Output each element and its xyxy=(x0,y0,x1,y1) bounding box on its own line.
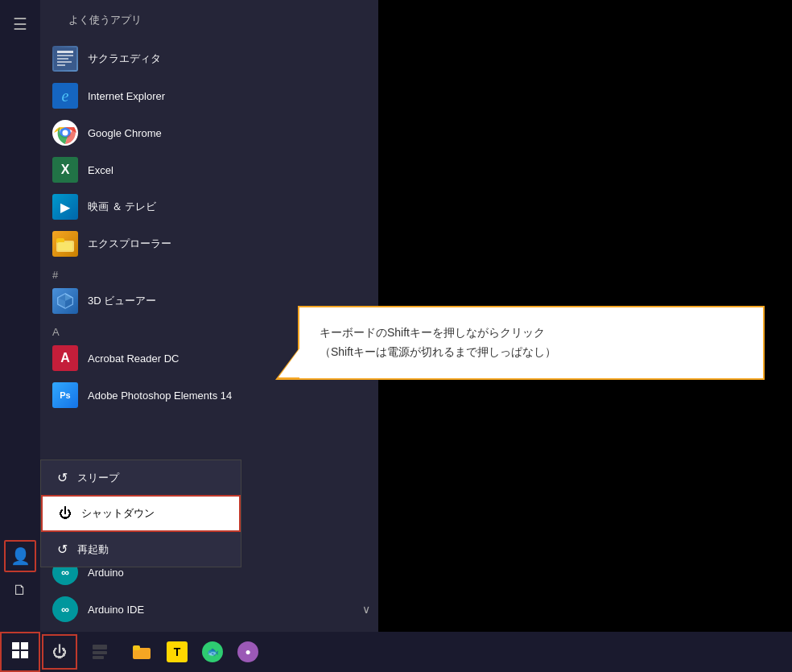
app-name-movies: 映画 ＆ テレビ xyxy=(88,200,156,214)
menu-header: よく使うアプリ xyxy=(40,0,378,40)
taskbar-text-icon[interactable]: T xyxy=(159,634,195,670)
taskbar-explorer-icon[interactable] xyxy=(124,634,159,670)
app-name-explorer: エクスプローラー xyxy=(88,237,171,251)
svg-rect-5 xyxy=(57,64,65,66)
app-name-ie: Internet Explorer xyxy=(88,90,165,102)
svg-rect-21 xyxy=(21,651,28,658)
explorer-icon xyxy=(52,231,78,257)
ie-icon: e xyxy=(52,83,78,109)
taskbar-app4-icon[interactable]: ● xyxy=(230,634,266,670)
svg-rect-22 xyxy=(93,645,107,649)
start-button[interactable] xyxy=(0,632,40,672)
app-name-photoshop: Adobe Photoshop Elements 14 xyxy=(88,390,232,402)
arduino-ide-icon: ∞ xyxy=(52,596,78,622)
app-name-chrome: Google Chrome xyxy=(88,127,162,139)
sidebar-bottom: 👤 🗋 xyxy=(0,540,40,608)
user-icon[interactable]: 👤 xyxy=(4,540,36,572)
svg-rect-24 xyxy=(93,656,104,659)
svg-rect-20 xyxy=(12,651,19,658)
restart-icon: ↺ xyxy=(57,542,68,557)
svg-rect-12 xyxy=(58,242,72,250)
tooltip-box: キーボードのShiftキーを押しながらクリック （Shiftキーは電源が切れるま… xyxy=(298,306,765,380)
desktop: ☰ 👤 🗋 よく使うアプリ xyxy=(0,0,792,672)
app-name-arduino: Arduino xyxy=(88,567,124,579)
svg-rect-26 xyxy=(133,645,140,650)
excel-icon: X xyxy=(52,157,78,183)
taskbar: ⏻ T xyxy=(0,632,792,672)
svg-rect-23 xyxy=(93,651,107,654)
sleep-button[interactable]: ↺ スリープ xyxy=(41,460,241,495)
svg-rect-4 xyxy=(57,61,72,63)
app-item-movies[interactable]: ▶ 映画 ＆ テレビ xyxy=(40,188,378,225)
shutdown-icon: ⏻ xyxy=(59,506,72,521)
search-taskbar-icon[interactable] xyxy=(82,634,118,670)
app-item-photoshop[interactable]: Ps Adobe Photoshop Elements 14 xyxy=(40,377,378,414)
taskbar-app3-icon[interactable]: 🐟 xyxy=(195,634,230,670)
chrome-icon xyxy=(52,120,78,146)
svg-rect-19 xyxy=(21,642,28,649)
svg-rect-1 xyxy=(57,51,73,53)
app-item-explorer[interactable]: エクスプローラー xyxy=(40,225,378,262)
power-icon: ⏻ xyxy=(52,644,67,661)
movies-icon: ▶ xyxy=(52,194,78,220)
restart-button[interactable]: ↺ 再起動 xyxy=(41,532,241,567)
sleep-label: スリープ xyxy=(77,471,119,485)
app-name-3d: 3D ビューアー xyxy=(88,294,156,308)
app-item-excel[interactable]: X Excel xyxy=(40,151,378,188)
app-item-arduino-ide[interactable]: ∞ Arduino IDE xyxy=(40,591,378,628)
shutdown-button[interactable]: ⏻ シャットダウン xyxy=(41,495,241,532)
taskbar-running-apps: T 🐟 ● xyxy=(124,634,266,670)
section-hash: # xyxy=(40,262,378,282)
sidebar: ☰ 👤 🗋 xyxy=(0,0,40,672)
svg-rect-18 xyxy=(12,642,19,649)
frequently-used-label: よく使うアプリ xyxy=(68,13,142,27)
app-name-sakura: サクラエディタ xyxy=(88,52,161,66)
sakura-icon xyxy=(52,46,78,72)
app-name-excel: Excel xyxy=(88,164,113,176)
app-item-sakura[interactable]: サクラエディタ xyxy=(40,40,378,77)
3d-icon xyxy=(52,288,78,314)
shutdown-label: シャットダウン xyxy=(81,506,155,521)
power-button-taskbar[interactable]: ⏻ xyxy=(42,634,77,670)
svg-rect-3 xyxy=(57,58,68,60)
power-menu: ↺ スリープ ⏻ シャットダウン ↺ 再起動 xyxy=(40,460,241,567)
acrobat-icon: A xyxy=(52,345,78,371)
document-icon[interactable]: 🗋 xyxy=(4,574,36,606)
hamburger-menu-button[interactable]: ☰ xyxy=(4,8,36,40)
app-item-ie[interactable]: e Internet Explorer xyxy=(40,77,378,114)
start-windows-icon xyxy=(12,642,28,662)
tooltip-line1: キーボードのShiftキーを押しながらクリック xyxy=(320,324,743,343)
svg-point-9 xyxy=(63,130,68,136)
app-name-arduino-ide: Arduino IDE xyxy=(88,604,144,616)
svg-rect-2 xyxy=(57,55,73,56)
sleep-icon: ↺ xyxy=(57,470,68,485)
app-name-acrobat: Acrobat Reader DC xyxy=(88,352,179,365)
restart-label: 再起動 xyxy=(77,542,109,557)
tooltip-line2: （Shiftキーは電源が切れるまで押しっぱなし） xyxy=(320,343,743,362)
photoshop-icon: Ps xyxy=(52,382,78,408)
app-item-chrome[interactable]: Google Chrome xyxy=(40,114,378,151)
